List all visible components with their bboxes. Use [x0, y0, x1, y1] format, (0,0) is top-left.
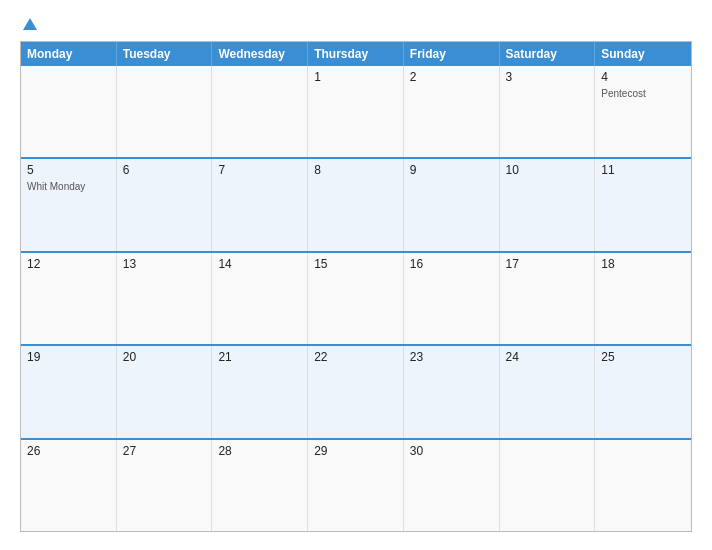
calendar-day: 30 — [404, 440, 500, 531]
day-number: 17 — [506, 257, 589, 271]
calendar-day: 22 — [308, 346, 404, 437]
calendar-day — [21, 66, 117, 157]
calendar-day: 15 — [308, 253, 404, 344]
calendar-day — [500, 440, 596, 531]
day-number: 10 — [506, 163, 589, 177]
day-number: 22 — [314, 350, 397, 364]
day-number: 12 — [27, 257, 110, 271]
calendar-day: 28 — [212, 440, 308, 531]
day-number: 21 — [218, 350, 301, 364]
calendar-day: 14 — [212, 253, 308, 344]
calendar-week-1: 1234Pentecost — [21, 66, 691, 157]
logo — [20, 18, 37, 31]
calendar-day: 16 — [404, 253, 500, 344]
calendar-week-5: 2627282930 — [21, 438, 691, 531]
day-number: 6 — [123, 163, 206, 177]
calendar-day: 8 — [308, 159, 404, 250]
calendar-day: 24 — [500, 346, 596, 437]
day-header-saturday: Saturday — [500, 42, 596, 66]
calendar-day: 27 — [117, 440, 213, 531]
day-event: Pentecost — [601, 88, 685, 99]
logo-triangle-icon — [23, 18, 37, 30]
calendar-day: 4Pentecost — [595, 66, 691, 157]
day-number: 8 — [314, 163, 397, 177]
day-number: 24 — [506, 350, 589, 364]
day-header-friday: Friday — [404, 42, 500, 66]
day-number: 30 — [410, 444, 493, 458]
day-number: 26 — [27, 444, 110, 458]
day-header-wednesday: Wednesday — [212, 42, 308, 66]
day-number: 19 — [27, 350, 110, 364]
day-number: 16 — [410, 257, 493, 271]
day-number: 23 — [410, 350, 493, 364]
day-number: 18 — [601, 257, 685, 271]
calendar-body: 1234Pentecost5Whit Monday678910111213141… — [21, 66, 691, 531]
day-number: 29 — [314, 444, 397, 458]
calendar-day: 5Whit Monday — [21, 159, 117, 250]
day-event: Whit Monday — [27, 181, 110, 192]
day-number: 11 — [601, 163, 685, 177]
calendar-day: 17 — [500, 253, 596, 344]
calendar-day: 9 — [404, 159, 500, 250]
calendar-day: 7 — [212, 159, 308, 250]
calendar-day: 20 — [117, 346, 213, 437]
calendar-day: 18 — [595, 253, 691, 344]
day-number: 3 — [506, 70, 589, 84]
day-number: 13 — [123, 257, 206, 271]
day-header-thursday: Thursday — [308, 42, 404, 66]
calendar-day — [117, 66, 213, 157]
day-number: 25 — [601, 350, 685, 364]
page: MondayTuesdayWednesdayThursdayFridaySatu… — [0, 0, 712, 550]
calendar: MondayTuesdayWednesdayThursdayFridaySatu… — [20, 41, 692, 532]
day-number: 2 — [410, 70, 493, 84]
calendar-week-4: 19202122232425 — [21, 344, 691, 437]
calendar-day: 6 — [117, 159, 213, 250]
calendar-day: 19 — [21, 346, 117, 437]
calendar-day: 3 — [500, 66, 596, 157]
day-number: 28 — [218, 444, 301, 458]
day-number: 9 — [410, 163, 493, 177]
calendar-day — [595, 440, 691, 531]
calendar-header-row: MondayTuesdayWednesdayThursdayFridaySatu… — [21, 42, 691, 66]
day-number: 14 — [218, 257, 301, 271]
calendar-week-2: 5Whit Monday67891011 — [21, 157, 691, 250]
calendar-day: 2 — [404, 66, 500, 157]
day-number: 4 — [601, 70, 685, 84]
header — [20, 18, 692, 31]
calendar-day: 13 — [117, 253, 213, 344]
calendar-day: 23 — [404, 346, 500, 437]
day-number: 1 — [314, 70, 397, 84]
calendar-day: 21 — [212, 346, 308, 437]
calendar-week-3: 12131415161718 — [21, 251, 691, 344]
day-number: 7 — [218, 163, 301, 177]
logo-blue-text — [20, 18, 37, 31]
day-number: 5 — [27, 163, 110, 177]
calendar-day: 11 — [595, 159, 691, 250]
calendar-day: 25 — [595, 346, 691, 437]
day-header-sunday: Sunday — [595, 42, 691, 66]
day-number: 27 — [123, 444, 206, 458]
day-header-monday: Monday — [21, 42, 117, 66]
calendar-day: 29 — [308, 440, 404, 531]
calendar-day: 26 — [21, 440, 117, 531]
day-number: 20 — [123, 350, 206, 364]
calendar-day: 1 — [308, 66, 404, 157]
calendar-day: 12 — [21, 253, 117, 344]
calendar-day — [212, 66, 308, 157]
day-number: 15 — [314, 257, 397, 271]
day-header-tuesday: Tuesday — [117, 42, 213, 66]
calendar-day: 10 — [500, 159, 596, 250]
